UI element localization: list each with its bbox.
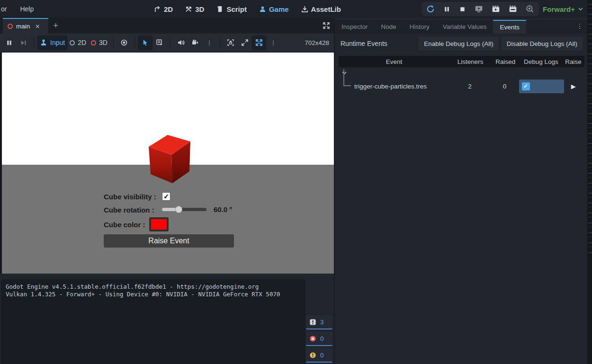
3d-workspace-icon — [185, 6, 192, 13]
menu-editor-partial[interactable]: or — [0, 0, 13, 18]
raise-event-play-button[interactable]: ▶ — [563, 83, 584, 90]
warning-icon — [309, 352, 316, 359]
cube-color-picker[interactable] — [149, 217, 169, 231]
viewport-resolution: 702x428 — [305, 39, 329, 46]
cube-rotation-label: Cube rotation : — [104, 206, 154, 214]
movie-maker-button[interactable] — [526, 5, 534, 13]
column-raised[interactable]: Raised — [491, 58, 520, 65]
next-frame-button[interactable] — [16, 36, 30, 50]
event-listeners: 2 — [449, 83, 490, 90]
godot-editor-window: or Help 2D 3D Script Game AssetLib — [0, 0, 592, 364]
assetlib-workspace-icon — [301, 6, 308, 13]
size-options-menu[interactable]: ⋮ — [266, 36, 280, 50]
game-workspace-icon — [259, 6, 266, 13]
camera-preview-button[interactable] — [188, 36, 202, 50]
column-listeners[interactable]: Listeners — [449, 58, 491, 65]
cube-visibility-label: Cube visibility : — [104, 193, 156, 201]
3d-radio-icon — [91, 40, 96, 45]
fullscreen-embed-button[interactable] — [252, 36, 266, 50]
tab-node[interactable]: Node — [375, 20, 403, 34]
renderer-dropdown[interactable]: Forward+ — [543, 0, 583, 18]
play-scene-button[interactable] — [492, 5, 500, 13]
column-raise[interactable]: Raise — [562, 58, 584, 65]
cube-rotation-value: 60.0 ° — [214, 205, 232, 213]
scene-icon — [8, 24, 13, 29]
cube-visibility-checkbox[interactable]: ✓ — [162, 192, 170, 201]
workspace-2d[interactable]: 2D — [154, 5, 173, 13]
message-count-toggle[interactable]: 3 — [306, 315, 332, 329]
embed-keep-aspect-button[interactable] — [224, 36, 238, 50]
column-debug-logs[interactable]: Debug Logs — [520, 58, 562, 65]
dock-options-menu[interactable]: ⋮ — [576, 22, 583, 30]
script-workspace-icon — [216, 6, 224, 13]
2d-workspace-icon — [154, 6, 161, 13]
event-name: trigger-cube-particles.tres — [339, 83, 449, 90]
scene-tab-bar: main ✕ + — [0, 18, 334, 34]
error-count-toggle[interactable]: 0 — [306, 332, 332, 346]
play-custom-scene-button[interactable] — [509, 5, 517, 13]
2d-mode-button[interactable]: 2D — [67, 36, 89, 50]
mute-audio-button[interactable] — [174, 36, 188, 50]
output-console[interactable]: Godot Engine v4.5.1.stable.official.f62f… — [1, 279, 305, 364]
play-remote-button[interactable] — [475, 5, 483, 13]
main-workspace-area: main ✕ + Input 2D 3D — [0, 18, 334, 364]
runtime-events-header: Runtime Events Enable Debug Logs (All) D… — [335, 34, 588, 53]
close-tab-icon[interactable]: ✕ — [35, 23, 40, 30]
add-scene-tab-button[interactable]: + — [53, 20, 58, 31]
right-dock: Inspector Node History Variable Values E… — [334, 18, 587, 364]
cube-rotation-slider[interactable] — [162, 208, 206, 211]
tab-variable-values[interactable]: Variable Values — [436, 20, 493, 34]
pause-game-button[interactable] — [2, 36, 16, 50]
cube-color-label: Cube color : — [104, 221, 145, 229]
select-mode-button[interactable] — [138, 36, 152, 50]
expand-panel-icon[interactable] — [323, 22, 330, 29]
workspace-game[interactable]: Game — [259, 5, 289, 13]
debug-logs-checkbox[interactable]: ✓ — [522, 82, 530, 90]
workspace-script[interactable]: Script — [216, 5, 247, 13]
input-mode-button[interactable]: Input — [37, 36, 67, 50]
warning-count-toggle[interactable]: 0 — [306, 348, 332, 363]
restart-button[interactable] — [426, 5, 435, 13]
joystick-icon — [40, 39, 47, 46]
game-viewport[interactable]: Cube visibility : ✓ Cube rotation : 60.0… — [0, 53, 334, 274]
disable-debug-logs-button[interactable]: Disable Debug Logs (All) — [502, 37, 583, 50]
embed-window-button[interactable] — [238, 36, 252, 50]
runtime-events-label: Runtime Events — [341, 40, 387, 47]
scene-tab-main[interactable]: main ✕ — [3, 18, 48, 34]
tab-history[interactable]: History — [403, 20, 436, 34]
output-panel: Godot Engine v4.5.1.stable.official.f62f… — [0, 274, 334, 364]
red-cube — [144, 133, 193, 184]
minimap-sliver — [588, 4, 592, 255]
raise-event-button[interactable]: Raise Event — [104, 234, 234, 248]
column-event[interactable]: Event — [339, 58, 449, 65]
tab-events[interactable]: Events — [493, 20, 526, 34]
stop-button[interactable] — [459, 6, 466, 13]
message-icon — [309, 319, 316, 326]
3d-mode-button[interactable]: 3D — [89, 36, 110, 50]
playback-toolbar — [422, 2, 539, 16]
event-table-row[interactable]: trigger-cube-particles.tres 2 0 ✓ ▶ — [339, 78, 584, 95]
dock-tab-bar: Inspector Node History Variable Values E… — [335, 20, 588, 34]
events-table-header: Event Listeners Raised Debug Logs Raise — [339, 56, 584, 67]
tab-inspector[interactable]: Inspector — [335, 20, 375, 34]
chevron-down-icon — [578, 6, 583, 12]
game-view-toolbar: Input 2D 3D ⋮ ⋮ 702x428 — [0, 34, 334, 52]
error-icon — [309, 335, 316, 342]
workspace-3d[interactable]: 3D — [185, 5, 204, 13]
enable-debug-logs-button[interactable]: Enable Debug Logs (All) — [419, 37, 498, 50]
camera-override-button[interactable] — [117, 36, 131, 50]
workspace-assetlib[interactable]: AssetLib — [301, 5, 341, 13]
menu-help[interactable]: Help — [13, 0, 40, 18]
more-options-menu[interactable]: ⋮ — [202, 36, 216, 50]
pause-button[interactable] — [443, 6, 450, 13]
event-raised: 0 — [491, 83, 519, 90]
color-swatch — [151, 219, 167, 230]
editor-topbar: or Help 2D 3D Script Game AssetLib — [0, 0, 592, 18]
selection-list-button[interactable] — [152, 36, 167, 50]
workspace-switcher: 2D 3D Script Game AssetLib — [154, 0, 341, 18]
debug-logs-cell[interactable]: ✓ — [519, 80, 563, 93]
collapsed-panel-edge[interactable] — [587, 0, 592, 364]
2d-radio-icon — [70, 40, 75, 45]
slider-grabber[interactable] — [175, 206, 182, 213]
